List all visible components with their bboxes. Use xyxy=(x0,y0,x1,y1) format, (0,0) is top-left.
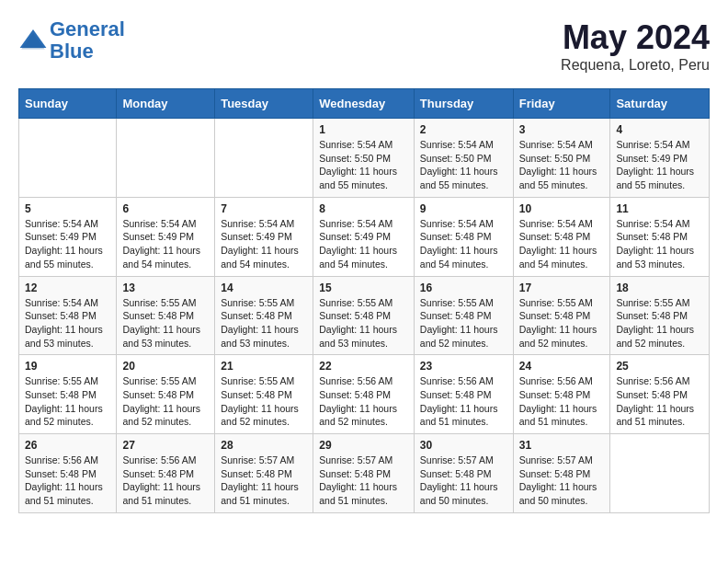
day-info: Sunrise: 5:54 AM Sunset: 5:49 PM Dayligh… xyxy=(616,138,703,192)
day-info: Sunrise: 5:56 AM Sunset: 5:48 PM Dayligh… xyxy=(319,374,408,429)
header-monday: Monday xyxy=(117,89,215,119)
day-number: 16 xyxy=(420,282,507,294)
calendar-day-14: 14Sunrise: 5:55 AM Sunset: 5:48 PM Dayli… xyxy=(215,276,313,355)
day-info: Sunrise: 5:56 AM Sunset: 5:48 PM Dayligh… xyxy=(420,374,507,429)
day-info: Sunrise: 5:54 AM Sunset: 5:49 PM Dayligh… xyxy=(25,217,110,271)
calendar-day-13: 13Sunrise: 5:55 AM Sunset: 5:48 PM Dayli… xyxy=(117,276,215,355)
calendar-week-row: 26Sunrise: 5:56 AM Sunset: 5:48 PM Dayli… xyxy=(19,434,710,513)
day-number: 3 xyxy=(519,123,605,136)
day-info: Sunrise: 5:54 AM Sunset: 5:48 PM Dayligh… xyxy=(519,217,605,271)
day-number: 18 xyxy=(616,282,703,294)
day-info: Sunrise: 5:56 AM Sunset: 5:48 PM Dayligh… xyxy=(519,374,605,429)
calendar-day-30: 30Sunrise: 5:57 AM Sunset: 5:48 PM Dayli… xyxy=(414,434,513,513)
day-info: Sunrise: 5:54 AM Sunset: 5:50 PM Dayligh… xyxy=(519,138,605,192)
day-info: Sunrise: 5:56 AM Sunset: 5:48 PM Dayligh… xyxy=(25,454,110,508)
header-wednesday: Wednesday xyxy=(313,89,415,119)
day-info: Sunrise: 5:54 AM Sunset: 5:48 PM Dayligh… xyxy=(616,217,703,271)
calendar-day-26: 26Sunrise: 5:56 AM Sunset: 5:48 PM Dayli… xyxy=(19,434,117,513)
calendar-empty-cell xyxy=(610,434,710,513)
day-info: Sunrise: 5:55 AM Sunset: 5:48 PM Dayligh… xyxy=(319,296,408,350)
day-number: 11 xyxy=(616,202,703,215)
calendar-day-1: 1Sunrise: 5:54 AM Sunset: 5:50 PM Daylig… xyxy=(313,119,415,198)
calendar-day-2: 2Sunrise: 5:54 AM Sunset: 5:50 PM Daylig… xyxy=(414,119,513,198)
calendar-day-24: 24Sunrise: 5:56 AM Sunset: 5:48 PM Dayli… xyxy=(513,355,610,434)
calendar-week-row: 19Sunrise: 5:55 AM Sunset: 5:48 PM Dayli… xyxy=(19,355,710,434)
day-number: 13 xyxy=(122,282,209,294)
calendar-day-6: 6Sunrise: 5:54 AM Sunset: 5:49 PM Daylig… xyxy=(117,197,215,276)
calendar-day-16: 16Sunrise: 5:55 AM Sunset: 5:48 PM Dayli… xyxy=(414,276,513,355)
day-number: 19 xyxy=(25,360,110,373)
calendar-day-7: 7Sunrise: 5:54 AM Sunset: 5:49 PM Daylig… xyxy=(215,197,313,276)
calendar-day-8: 8Sunrise: 5:54 AM Sunset: 5:49 PM Daylig… xyxy=(313,197,415,276)
day-info: Sunrise: 5:54 AM Sunset: 5:48 PM Dayligh… xyxy=(420,217,507,271)
header-friday: Friday xyxy=(513,89,610,119)
day-info: Sunrise: 5:54 AM Sunset: 5:50 PM Dayligh… xyxy=(319,138,408,192)
day-number: 5 xyxy=(25,202,110,215)
header-sunday: Sunday xyxy=(19,89,117,119)
calendar-day-10: 10Sunrise: 5:54 AM Sunset: 5:48 PM Dayli… xyxy=(513,197,610,276)
calendar-empty-cell xyxy=(19,119,117,198)
calendar-day-25: 25Sunrise: 5:56 AM Sunset: 5:48 PM Dayli… xyxy=(610,355,710,434)
day-info: Sunrise: 5:57 AM Sunset: 5:48 PM Dayligh… xyxy=(221,454,307,508)
day-number: 15 xyxy=(319,282,408,294)
calendar-day-12: 12Sunrise: 5:54 AM Sunset: 5:48 PM Dayli… xyxy=(19,276,117,355)
day-info: Sunrise: 5:54 AM Sunset: 5:49 PM Dayligh… xyxy=(122,217,209,271)
day-number: 9 xyxy=(420,202,507,215)
calendar-week-row: 12Sunrise: 5:54 AM Sunset: 5:48 PM Dayli… xyxy=(19,276,710,355)
day-number: 8 xyxy=(319,202,408,215)
calendar-day-15: 15Sunrise: 5:55 AM Sunset: 5:48 PM Dayli… xyxy=(313,276,415,355)
day-number: 30 xyxy=(420,439,507,452)
day-info: Sunrise: 5:55 AM Sunset: 5:48 PM Dayligh… xyxy=(122,296,209,350)
calendar-day-19: 19Sunrise: 5:55 AM Sunset: 5:48 PM Dayli… xyxy=(19,355,117,434)
day-number: 10 xyxy=(519,202,605,215)
day-number: 7 xyxy=(221,202,307,215)
calendar-day-21: 21Sunrise: 5:55 AM Sunset: 5:48 PM Dayli… xyxy=(215,355,313,434)
page-header: General Blue May 2024 Requena, Loreto, P… xyxy=(18,18,710,74)
day-info: Sunrise: 5:56 AM Sunset: 5:48 PM Dayligh… xyxy=(616,374,703,429)
day-number: 20 xyxy=(122,360,209,373)
calendar-header-row: SundayMondayTuesdayWednesdayThursdayFrid… xyxy=(19,89,710,119)
location: Requena, Loreto, Peru xyxy=(561,57,710,74)
header-saturday: Saturday xyxy=(610,89,710,119)
calendar-day-31: 31Sunrise: 5:57 AM Sunset: 5:48 PM Dayli… xyxy=(513,434,610,513)
day-info: Sunrise: 5:55 AM Sunset: 5:48 PM Dayligh… xyxy=(519,296,605,350)
calendar-day-17: 17Sunrise: 5:55 AM Sunset: 5:48 PM Dayli… xyxy=(513,276,610,355)
day-number: 21 xyxy=(221,360,307,373)
calendar-week-row: 5Sunrise: 5:54 AM Sunset: 5:49 PM Daylig… xyxy=(19,197,710,276)
day-number: 1 xyxy=(319,123,408,136)
calendar-day-20: 20Sunrise: 5:55 AM Sunset: 5:48 PM Dayli… xyxy=(117,355,215,434)
header-thursday: Thursday xyxy=(414,89,513,119)
calendar-day-5: 5Sunrise: 5:54 AM Sunset: 5:49 PM Daylig… xyxy=(19,197,117,276)
day-info: Sunrise: 5:54 AM Sunset: 5:50 PM Dayligh… xyxy=(420,138,507,192)
calendar-day-23: 23Sunrise: 5:56 AM Sunset: 5:48 PM Dayli… xyxy=(414,355,513,434)
day-info: Sunrise: 5:55 AM Sunset: 5:48 PM Dayligh… xyxy=(616,296,703,350)
day-info: Sunrise: 5:57 AM Sunset: 5:48 PM Dayligh… xyxy=(420,454,507,508)
day-number: 27 xyxy=(122,439,209,452)
day-number: 31 xyxy=(519,439,605,452)
logo-text: General Blue xyxy=(50,18,125,63)
day-info: Sunrise: 5:54 AM Sunset: 5:49 PM Dayligh… xyxy=(221,217,307,271)
day-info: Sunrise: 5:55 AM Sunset: 5:48 PM Dayligh… xyxy=(221,296,307,350)
day-number: 2 xyxy=(420,123,507,136)
day-number: 24 xyxy=(519,360,605,373)
day-number: 29 xyxy=(319,439,408,452)
day-info: Sunrise: 5:55 AM Sunset: 5:48 PM Dayligh… xyxy=(420,296,507,350)
day-info: Sunrise: 5:54 AM Sunset: 5:49 PM Dayligh… xyxy=(319,217,408,271)
title-block: May 2024 Requena, Loreto, Peru xyxy=(561,18,710,74)
logo-icon xyxy=(18,26,48,55)
day-number: 17 xyxy=(519,282,605,294)
day-number: 28 xyxy=(221,439,307,452)
day-number: 6 xyxy=(122,202,209,215)
calendar-day-4: 4Sunrise: 5:54 AM Sunset: 5:49 PM Daylig… xyxy=(610,119,710,198)
day-number: 26 xyxy=(25,439,110,452)
day-info: Sunrise: 5:55 AM Sunset: 5:48 PM Dayligh… xyxy=(25,374,110,429)
day-number: 25 xyxy=(616,360,703,373)
day-info: Sunrise: 5:57 AM Sunset: 5:48 PM Dayligh… xyxy=(519,454,605,508)
calendar-day-11: 11Sunrise: 5:54 AM Sunset: 5:48 PM Dayli… xyxy=(610,197,710,276)
calendar-day-29: 29Sunrise: 5:57 AM Sunset: 5:48 PM Dayli… xyxy=(313,434,415,513)
calendar-empty-cell xyxy=(215,119,313,198)
day-info: Sunrise: 5:54 AM Sunset: 5:48 PM Dayligh… xyxy=(25,296,110,350)
calendar-week-row: 1Sunrise: 5:54 AM Sunset: 5:50 PM Daylig… xyxy=(19,119,710,198)
day-info: Sunrise: 5:56 AM Sunset: 5:48 PM Dayligh… xyxy=(122,454,209,508)
calendar-day-28: 28Sunrise: 5:57 AM Sunset: 5:48 PM Dayli… xyxy=(215,434,313,513)
